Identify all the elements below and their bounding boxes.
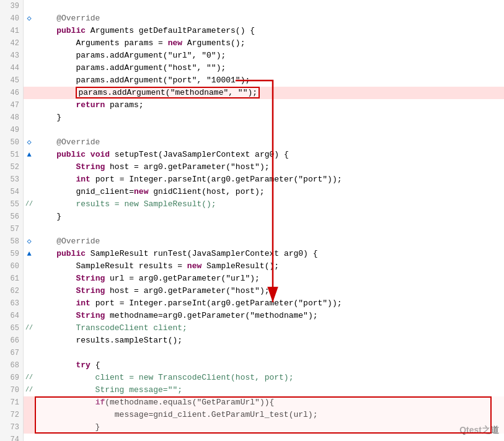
table-row: 56 } <box>0 211 504 223</box>
line-content: } <box>35 111 504 124</box>
line-number: 50 <box>0 136 24 149</box>
line-content: public void setupTest(JavaSamplerContext… <box>35 149 504 161</box>
line-content: TranscodeClient client; <box>35 322 504 334</box>
table-row: 69// client = new TranscodeClient(host, … <box>0 372 504 384</box>
table-row: 68 try { <box>0 359 504 372</box>
line-number: 47 <box>0 99 24 111</box>
table-row: 52 String host = arg0.getParameter("host… <box>0 161 504 173</box>
table-row: 51▲ public void setupTest(JavaSamplerCon… <box>0 149 504 161</box>
line-number: 69 <box>0 372 24 384</box>
line-number: 68 <box>0 359 24 372</box>
line-content: String url = arg0.getParameter("url"); <box>35 273 504 285</box>
line-marker: // <box>24 384 35 396</box>
table-row: 74 <box>0 434 504 441</box>
line-number: 44 <box>0 62 24 74</box>
table-row: 60 SampleResult results = new SampleResu… <box>0 260 504 273</box>
line-number: 58 <box>0 235 24 248</box>
line-number: 46 <box>0 87 24 99</box>
line-content: int port = Integer.parseInt(arg0.getPara… <box>35 173 504 186</box>
line-number: 73 <box>0 421 24 434</box>
table-row: 72 message=gnid_client.GetParamUrl_test(… <box>0 409 504 421</box>
table-row: 63 int port = Integer.parseInt(arg0.getP… <box>0 297 504 310</box>
line-number: 63 <box>0 297 24 310</box>
line-content: String host = arg0.getParameter("host"); <box>35 285 504 297</box>
line-marker: // <box>24 372 35 384</box>
line-number: 70 <box>0 384 24 396</box>
table-row: 64 String methodname=arg0.getParameter("… <box>0 310 504 322</box>
table-row: 73 } <box>0 421 504 434</box>
line-number: 48 <box>0 111 24 124</box>
code-editor: 3940◇ @Override41 public Arguments getDe… <box>0 0 504 441</box>
line-number: 59 <box>0 248 24 260</box>
table-row: 49 <box>0 124 504 136</box>
table-row: 48 } <box>0 111 504 124</box>
line-content: message=gnid_client.GetParamUrl_test(url… <box>35 409 504 421</box>
table-row: 39 <box>0 0 504 12</box>
line-number: 45 <box>0 74 24 87</box>
table-row: 57 <box>0 223 504 235</box>
line-content: params.addArgument("port", "10001"); <box>35 74 504 87</box>
line-content: String host = arg0.getParameter("host"); <box>35 161 504 173</box>
line-number: 64 <box>0 310 24 322</box>
line-number: 61 <box>0 273 24 285</box>
line-number: 52 <box>0 161 24 173</box>
line-number: 41 <box>0 25 24 37</box>
line-marker: ▲ <box>24 248 35 260</box>
table-row: 59▲ public SampleResult runTest(JavaSamp… <box>0 248 504 260</box>
table-row: 67 <box>0 347 504 359</box>
line-number: 51 <box>0 149 24 161</box>
line-content: return params; <box>35 99 504 111</box>
watermark: Qtest之道 <box>459 425 499 436</box>
line-marker: // <box>24 322 35 334</box>
table-row: 53 int port = Integer.parseInt(arg0.getP… <box>0 173 504 186</box>
line-number: 57 <box>0 223 24 235</box>
table-row: 50◇ @Override <box>0 136 504 149</box>
line-content: public Arguments getDefaultParameters() … <box>35 25 504 37</box>
table-row: 54 gnid_client=new gnidClient(host, port… <box>0 186 504 198</box>
line-number: 39 <box>0 0 24 12</box>
line-number: 71 <box>0 396 24 409</box>
table-row: 55// results = new SampleResult(); <box>0 198 504 211</box>
table-row: 66 results.sampleStart(); <box>0 334 504 347</box>
line-number: 67 <box>0 347 24 359</box>
line-content: @Override <box>35 136 504 149</box>
line-content: client = new TranscodeClient(host, port)… <box>35 372 504 384</box>
line-number: 56 <box>0 211 24 223</box>
line-content: @Override <box>35 235 504 248</box>
line-content: @Override <box>35 12 504 25</box>
table-row: 61 String url = arg0.getParameter("url")… <box>0 273 504 285</box>
line-number: 60 <box>0 260 24 273</box>
line-number: 53 <box>0 173 24 186</box>
line-content: params.addArgument("host", ""); <box>35 62 504 74</box>
table-row: 40◇ @Override <box>0 12 504 25</box>
table-row: 65// TranscodeClient client; <box>0 322 504 334</box>
line-content: int port = Integer.parseInt(arg0.getPara… <box>35 297 504 310</box>
line-content: results.sampleStart(); <box>35 334 504 347</box>
line-number: 49 <box>0 124 24 136</box>
table-row: 42 Arguments params = new Arguments(); <box>0 37 504 50</box>
line-marker: ◇ <box>24 136 35 149</box>
table-row: 46 params.addArgument("methodname", ""); <box>0 87 504 99</box>
table-row: 44 params.addArgument("host", ""); <box>0 62 504 74</box>
line-content: gnid_client=new gnidClient(host, port); <box>35 186 504 198</box>
table-row: 45 params.addArgument("port", "10001"); <box>0 74 504 87</box>
line-marker: // <box>24 198 35 211</box>
line-number: 72 <box>0 409 24 421</box>
line-content: SampleResult results = new SampleResult(… <box>35 260 504 273</box>
line-content: } <box>35 211 504 223</box>
table-row: 70// String message=""; <box>0 384 504 396</box>
line-number: 42 <box>0 37 24 50</box>
table-row: 47 return params; <box>0 99 504 111</box>
line-number: 55 <box>0 198 24 211</box>
line-number: 74 <box>0 434 24 441</box>
line-content: public SampleResult runTest(JavaSamplerC… <box>35 248 504 260</box>
table-row: 58◇ @Override <box>0 235 504 248</box>
line-content: } <box>35 421 504 434</box>
code-lines: 3940◇ @Override41 public Arguments getDe… <box>0 0 504 441</box>
line-content: String message=""; <box>35 384 504 396</box>
line-content: Arguments params = new Arguments(); <box>35 37 504 50</box>
line-number: 62 <box>0 285 24 297</box>
line-marker: ◇ <box>24 12 35 25</box>
table-row: 41 public Arguments getDefaultParameters… <box>0 25 504 37</box>
line-number: 54 <box>0 186 24 198</box>
